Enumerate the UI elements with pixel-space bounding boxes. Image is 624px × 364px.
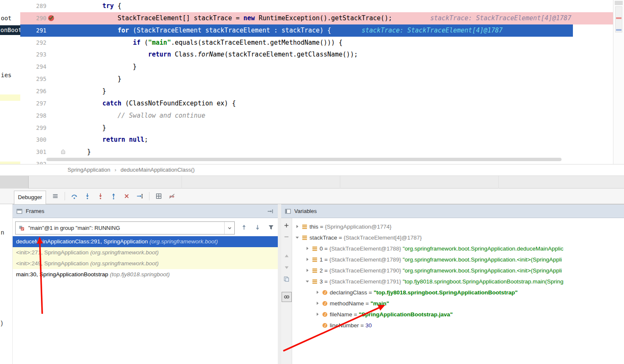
- code-line-290[interactable]: 290 StackTraceElement[] stackTrace = new…: [20, 12, 613, 24]
- code-line-296[interactable]: 296 }: [20, 85, 613, 97]
- execution-stripe-mark[interactable]: [616, 29, 621, 31]
- line-number[interactable]: 297: [20, 97, 46, 110]
- gutter-slot[interactable]: [46, 24, 57, 37]
- code-line-291[interactable]: 291 for (StackTraceElement stackTraceEle…: [20, 24, 573, 37]
- code-editor[interactable]: oot onBoot ies 289 try {290 StackTraceEl…: [0, 0, 624, 164]
- move-watch-down-button[interactable]: [282, 263, 291, 272]
- variable-row-fileName[interactable]: ffileName = "SpringApplicationBootstrap.…: [292, 309, 624, 320]
- variable-name: lineNumber: [330, 322, 359, 329]
- project-item-fragment[interactable]: ies: [1, 71, 11, 79]
- step-over-button[interactable]: [70, 191, 79, 201]
- line-number[interactable]: 292: [20, 37, 46, 49]
- variable-row-lineNumber[interactable]: flineNumber = 30: [292, 320, 624, 331]
- stack-frame-row[interactable]: <init>:271, SpringApplication (org.sprin…: [13, 247, 278, 258]
- variable-row-0[interactable]: 0 = {StackTraceElement@1788} "org.spring…: [292, 243, 624, 254]
- line-number[interactable]: 299: [20, 122, 46, 134]
- scrollbar-thumb[interactable]: [46, 158, 562, 161]
- chevron-down-icon[interactable]: [305, 279, 312, 284]
- frame-location: main:30, SpringApplicationBootstrap: [16, 271, 108, 278]
- hide-library-frames-button[interactable]: [266, 222, 277, 233]
- code-line-294[interactable]: 294 }: [20, 61, 613, 73]
- code-line-298[interactable]: 298 // Swallow and continue: [20, 110, 613, 122]
- code-line-292[interactable]: 292 if ("main".equals(stackTraceElement.…: [20, 37, 613, 49]
- toolbar-separator: [149, 192, 149, 200]
- step-out-button[interactable]: [109, 191, 118, 201]
- gutter-slot[interactable]: [46, 12, 57, 24]
- gutter-slot[interactable]: [46, 37, 57, 49]
- gutter-slot[interactable]: [46, 110, 57, 122]
- variable-row-methodName[interactable]: fmethodName = "main": [292, 298, 624, 309]
- line-number[interactable]: 289: [20, 0, 46, 12]
- variable-row-3[interactable]: 3 = {StackTraceElement@1791} "top.fjy801…: [292, 276, 624, 287]
- project-item-fragment[interactable]: oot: [1, 14, 11, 22]
- stack-frame-row[interactable]: main:30, SpringApplicationBootstrap (top…: [13, 269, 278, 280]
- next-frame-button[interactable]: [252, 222, 263, 233]
- gutter-slot[interactable]: [46, 49, 57, 61]
- view-options-button[interactable]: [51, 191, 60, 201]
- code-line-295[interactable]: 295 }: [20, 73, 613, 85]
- breadcrumb-class[interactable]: SpringApplication: [68, 167, 110, 173]
- force-step-into-button[interactable]: [96, 191, 105, 201]
- new-watch-button[interactable]: [282, 221, 291, 229]
- view-breakpoints-button[interactable]: [154, 191, 163, 201]
- gutter-slot[interactable]: [46, 61, 57, 73]
- gutter-slot[interactable]: [46, 97, 57, 110]
- line-number[interactable]: 290: [20, 12, 46, 24]
- gutter-slot[interactable]: [46, 134, 57, 146]
- variable-row-2[interactable]: 2 = {StackTraceElement@1790} "org.spring…: [292, 265, 624, 276]
- scrollbar-button[interactable]: [615, 1, 623, 5]
- thread-selector[interactable]: "main"@1 in group "main": RUNNING: [15, 221, 235, 235]
- gutter-slot[interactable]: [46, 85, 57, 97]
- chevron-down-icon[interactable]: [224, 222, 234, 234]
- panel-splitter[interactable]: [278, 204, 281, 364]
- drop-frame-button[interactable]: [122, 191, 131, 201]
- horizontal-scrollbar[interactable]: [0, 156, 613, 162]
- line-number[interactable]: 298: [20, 110, 46, 122]
- gutter-slot[interactable]: [46, 0, 57, 12]
- stack-frame-row[interactable]: <init>:249, SpringApplication (org.sprin…: [13, 258, 278, 269]
- chevron-right-icon[interactable]: [305, 268, 312, 273]
- project-item-selected-fragment[interactable]: onBoot: [0, 25, 20, 35]
- chevron-right-icon[interactable]: [315, 290, 322, 295]
- variable-row-declaringClass[interactable]: fdeclaringClass = "top.fjy8018.springboo…: [292, 287, 624, 298]
- line-number[interactable]: 291: [20, 24, 46, 37]
- variable-row-1[interactable]: 1 = {StackTraceElement@1789} "org.spring…: [292, 254, 624, 265]
- gutter-slot[interactable]: [46, 122, 57, 134]
- move-watch-up-button[interactable]: [282, 252, 291, 260]
- line-number[interactable]: 293: [20, 49, 46, 61]
- tab-application[interactable]: ation×: [0, 176, 29, 189]
- vertical-scrollbar[interactable]: [613, 0, 624, 164]
- tab-debugger[interactable]: Debugger: [14, 191, 46, 204]
- chevron-down-icon[interactable]: [295, 235, 301, 240]
- chevron-right-icon[interactable]: [315, 301, 322, 306]
- run-to-cursor-button[interactable]: [135, 191, 144, 201]
- chevron-right-icon[interactable]: [305, 257, 312, 262]
- code-line-299[interactable]: 299 }: [20, 122, 613, 134]
- stack-frame-row[interactable]: deduceMainApplicationClass:291, SpringAp…: [13, 236, 278, 247]
- scrollbar-thumb[interactable]: [615, 6, 622, 32]
- show-watches-button[interactable]: [282, 292, 292, 302]
- line-number[interactable]: 300: [20, 134, 46, 146]
- line-number[interactable]: 294: [20, 61, 46, 73]
- chevron-right-icon[interactable]: [315, 312, 322, 317]
- code-line-289[interactable]: 289 try {: [20, 0, 613, 12]
- remove-watch-button[interactable]: [282, 232, 291, 241]
- code-line-297[interactable]: 297 catch (ClassNotFoundException ex) {: [20, 97, 613, 110]
- breakpoint-verified-icon[interactable]: [47, 14, 55, 22]
- gutter-slot[interactable]: [46, 73, 57, 85]
- chevron-right-icon[interactable]: [305, 246, 312, 251]
- code-line-293[interactable]: 293 return Class.forName(stackTraceEleme…: [20, 49, 613, 61]
- duplicate-watch-button[interactable]: [282, 275, 291, 283]
- previous-frame-button[interactable]: [239, 222, 250, 233]
- line-number[interactable]: 296: [20, 85, 46, 97]
- variable-row-this[interactable]: this = {SpringApplication@1774}: [292, 221, 624, 232]
- variable-row-stackTrace[interactable]: stackTrace = {StackTraceElement[4]@1787}: [292, 232, 624, 243]
- pin-icon[interactable]: [267, 208, 274, 215]
- mute-breakpoints-button[interactable]: [167, 191, 176, 201]
- chevron-right-icon[interactable]: [295, 224, 301, 229]
- step-into-button[interactable]: [83, 191, 92, 201]
- breakpoint-stripe-mark[interactable]: [616, 17, 621, 19]
- line-number[interactable]: 295: [20, 73, 46, 85]
- code-line-300[interactable]: 300 return null;: [20, 134, 613, 146]
- breadcrumb-method[interactable]: deduceMainApplicationClass(): [121, 167, 195, 173]
